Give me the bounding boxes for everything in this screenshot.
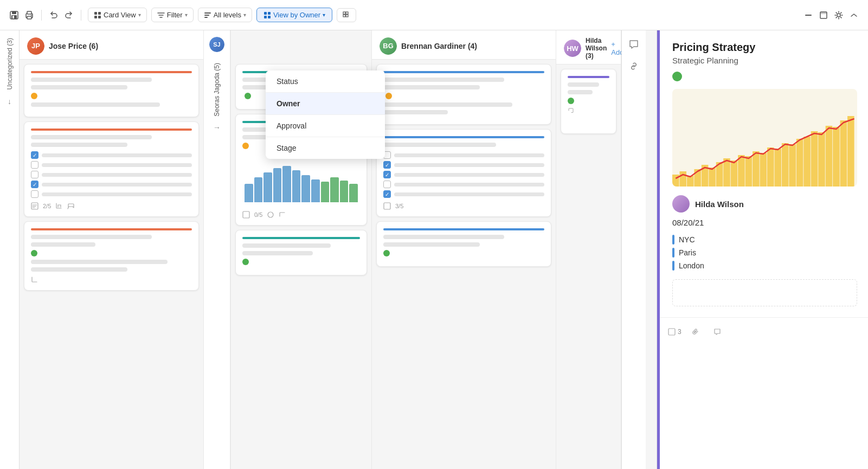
svg-rect-3 (12, 16, 14, 18)
column-hilda: HW Hilda Wilson (3) + Add (556, 30, 621, 469)
avatar-hilda: HW (564, 40, 581, 57)
svg-rect-12 (204, 12, 211, 14)
svg-rect-31 (672, 175, 679, 187)
column-title-jose: Jose Price (6) (49, 42, 98, 50)
chat-icon[interactable] (626, 37, 641, 52)
svg-rect-23 (805, 15, 812, 16)
column-title-hilda: Hilda Wilson (3) (586, 37, 607, 60)
svg-rect-15 (264, 12, 267, 15)
svg-rect-16 (268, 12, 271, 15)
seoras-expand[interactable]: → (213, 123, 221, 132)
svg-rect-54 (840, 120, 847, 187)
uncategorized-label[interactable]: Uncategorized (3) (4, 36, 16, 92)
print-icon[interactable] (24, 10, 35, 21)
grid-button[interactable] (337, 8, 356, 22)
svg-rect-40 (738, 155, 745, 187)
svg-rect-11 (98, 16, 101, 18)
checkbox[interactable] (383, 161, 391, 169)
card-bar (383, 228, 544, 230)
checklist-row (31, 171, 192, 178)
svg-rect-9 (98, 12, 101, 15)
detail-purple-bar (657, 30, 660, 469)
svg-rect-19 (343, 12, 345, 14)
card-bar (383, 136, 544, 138)
dropdown-menu: Status Owner Approval Stage (266, 70, 385, 159)
maximize-icon[interactable] (818, 10, 829, 21)
main-area: Uncategorized (3) ↓ JP Jose Price (6) (0, 30, 868, 469)
right-icons (621, 30, 646, 469)
checklist-row (383, 161, 544, 169)
undo-icon[interactable] (48, 10, 59, 21)
card-footer: 2/5 (31, 202, 192, 210)
card-view-button[interactable]: Card View ▾ (88, 8, 147, 22)
column-header-brennan: BG Brennan Gardiner (4) (372, 30, 556, 60)
checkbox[interactable] (383, 181, 391, 188)
minimize-icon[interactable] (803, 10, 814, 21)
uncategorized-sidebar: Uncategorized (3) ↓ (0, 30, 20, 469)
uncategorized-expand[interactable]: ↓ (8, 97, 11, 106)
checkbox[interactable] (383, 171, 391, 178)
filter-button[interactable]: Filter ▾ (151, 8, 194, 22)
seoras-label[interactable]: Seoras Jagoda (5) (211, 59, 223, 121)
svg-rect-38 (723, 158, 730, 187)
svg-rect-13 (204, 15, 209, 16)
avatar-seoras: SJ (209, 37, 224, 52)
redo-icon[interactable] (63, 10, 74, 21)
detail-comment-icon[interactable] (710, 324, 725, 339)
svg-rect-48 (796, 139, 803, 187)
dropdown-item-approval[interactable]: Approval (266, 115, 385, 137)
svg-rect-51 (818, 132, 825, 187)
detail-panel: Pricing Strategy Strategic Planning (657, 30, 868, 469)
svg-rect-42 (753, 151, 760, 187)
svg-rect-45 (774, 149, 781, 187)
dropdown-item-status[interactable]: Status (266, 70, 385, 93)
all-levels-button[interactable]: All levels ▾ (198, 8, 252, 22)
svg-point-29 (268, 212, 273, 217)
view-by-owner-button[interactable]: View by Owner ▾ (256, 8, 332, 22)
dropdown-item-owner[interactable]: Owner (266, 93, 385, 115)
dropdown-item-stage[interactable]: Stage (266, 137, 385, 159)
checklist-row (383, 190, 544, 198)
link-icon[interactable] (626, 59, 641, 74)
card-jose-2: 2/5 (24, 121, 199, 217)
checklist-row (31, 181, 192, 188)
collapse-icon[interactable] (848, 10, 859, 21)
checkbox[interactable] (31, 171, 38, 178)
detail-owner: Hilda Wilson (672, 195, 857, 213)
detail-status-dot (672, 72, 682, 81)
column-jose: JP Jose Price (6) (20, 30, 204, 469)
cards-brennan: 3/5 (372, 60, 556, 469)
detail-attachment-icon[interactable] (688, 324, 703, 339)
filter-chevron: ▾ (185, 12, 188, 18)
column-header-jose: JP Jose Price (6) (20, 30, 203, 60)
levels-chevron: ▾ (243, 12, 246, 18)
svg-rect-21 (343, 15, 345, 17)
column-header-hilda: HW Hilda Wilson (3) + Add (556, 30, 621, 65)
checkbox[interactable] (31, 181, 38, 188)
settings-icon[interactable] (833, 10, 844, 21)
checkbox[interactable] (383, 190, 391, 198)
view-by-chevron: ▾ (323, 12, 325, 18)
card-brennan-1 (376, 64, 551, 125)
avatar-jose: JP (27, 37, 44, 55)
svg-rect-14 (204, 17, 208, 18)
svg-rect-49 (803, 137, 811, 187)
checkbox[interactable] (31, 190, 38, 198)
svg-rect-20 (346, 12, 348, 14)
svg-rect-22 (346, 15, 348, 17)
svg-rect-53 (833, 127, 840, 187)
save-icon[interactable] (9, 10, 20, 21)
checkbox[interactable] (31, 151, 38, 159)
seoras-chart (242, 152, 360, 207)
svg-rect-6 (27, 16, 31, 19)
card-bar (31, 129, 192, 131)
location-london: London (672, 261, 857, 271)
column-title-brennan: Brennan Gardiner (4) (401, 42, 477, 50)
column-brennan: BG Brennan Gardiner (4) (372, 30, 556, 469)
svg-rect-47 (789, 144, 796, 187)
checkbox[interactable] (31, 161, 38, 169)
location-nyc: NYC (672, 235, 857, 245)
detail-locations: NYC Paris London (672, 235, 857, 271)
detail-footer: 3 (657, 317, 868, 346)
svg-point-26 (837, 14, 840, 17)
